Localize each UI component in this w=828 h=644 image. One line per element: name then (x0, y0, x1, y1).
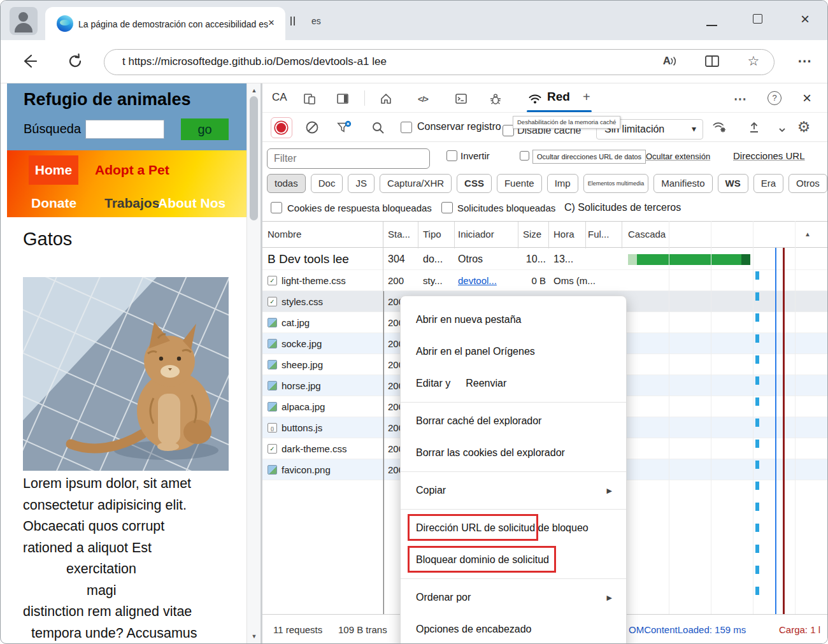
dock-side-icon[interactable] (335, 91, 350, 106)
inspect-label[interactable]: CA (272, 91, 287, 104)
request-name-cell[interactable]: dark-theme.css (262, 443, 383, 454)
col-header-name[interactable]: Nombre (268, 229, 301, 240)
overflow-chevron-icon[interactable] (774, 122, 790, 138)
filter-input[interactable] (267, 148, 430, 169)
col-header-status[interactable]: Sta... (388, 229, 410, 240)
more-tabs-button[interactable]: + (583, 90, 590, 104)
scrollbar-thumb[interactable] (250, 96, 258, 220)
home-tab-icon[interactable] (378, 91, 394, 106)
context-menu-item[interactable] (401, 471, 626, 472)
context-menu-item[interactable]: Copiar (401, 475, 626, 506)
devtools-more-icon[interactable] (732, 91, 748, 106)
context-menu-item[interactable]: Abrir en el panel Orígenes (401, 336, 626, 368)
request-name-cell[interactable]: cat.jpg (262, 317, 383, 328)
preserve-log-checkbox[interactable] (401, 122, 412, 133)
window-minimize-button[interactable] (706, 25, 717, 26)
profile-avatar[interactable] (10, 7, 38, 35)
type-filter-pill[interactable]: WS (718, 174, 748, 193)
refresh-button[interactable] (63, 49, 87, 73)
scroll-up-icon[interactable] (247, 85, 261, 96)
window-maximize-button[interactable] (753, 14, 762, 24)
type-filter-pill[interactable]: Otros (789, 174, 827, 193)
nav-link-adopt[interactable]: Adopt a Pet (95, 162, 169, 178)
context-menu-item[interactable]: Ordenar por (401, 582, 626, 613)
search-icon[interactable] (371, 120, 386, 136)
context-menu-item[interactable]: Dirección URL de solicitud de bloqueo (401, 512, 626, 544)
request-initiator-cell[interactable]: devtool... (454, 275, 518, 286)
request-name-cell[interactable]: alpaca.jpg (262, 401, 383, 412)
context-menu-item[interactable] (401, 509, 626, 510)
hide-data-urls-checkbox[interactable] (520, 151, 529, 161)
window-close-button[interactable] (797, 11, 813, 27)
request-name-cell[interactable]: sheep.jpg (262, 359, 383, 370)
col-header-type[interactable]: Tipo (423, 229, 441, 240)
context-menu-item[interactable]: Opciones de encabezado (401, 613, 626, 644)
nav-link-about[interactable]: About Nos (158, 196, 225, 211)
context-menu-item[interactable]: Borrar las cookies del explorador (401, 437, 626, 469)
col-header-fulfilled[interactable]: Ful... (588, 229, 609, 240)
clear-network-log-icon[interactable] (304, 120, 320, 135)
tab-network[interactable]: Red (547, 90, 570, 104)
request-name-cell[interactable]: styles.css (262, 296, 383, 307)
filter-funnel-icon[interactable] (336, 120, 352, 135)
request-name-cell[interactable]: light-theme.css (262, 275, 383, 286)
col-header-time[interactable]: Hora (553, 229, 575, 240)
import-har-icon[interactable] (746, 120, 762, 135)
nav-link-home[interactable]: Home (29, 155, 78, 185)
type-filter-pill[interactable]: Fuente (497, 174, 542, 193)
devtools-close-icon[interactable] (799, 89, 815, 107)
context-menu-item[interactable]: Editar yReenviar (401, 368, 626, 399)
col-header-initiator[interactable]: Iniciador (458, 229, 494, 240)
request-initiator-cell[interactable]: Otros (454, 254, 518, 265)
type-filter-pill[interactable]: Elementos multimedia (583, 174, 649, 193)
context-menu-item[interactable] (401, 578, 626, 579)
type-filter-pill[interactable]: Era (753, 174, 783, 193)
type-filter-pill[interactable]: Manifiesto (653, 174, 712, 193)
favorites-star-icon[interactable] (741, 49, 766, 73)
nav-link-jobs[interactable]: Trabajos (104, 196, 159, 211)
request-row[interactable]: B Dev tools lee 304 do... Otros 10... 13… (262, 249, 828, 270)
col-header-waterfall[interactable]: Cascada (628, 229, 666, 240)
console-tab-icon[interactable] (453, 91, 469, 106)
record-network-log-button[interactable] (271, 117, 292, 138)
scroll-down-icon[interactable] (247, 631, 261, 642)
context-menu-item[interactable]: Abrir en nueva pestaña (401, 304, 626, 336)
network-conditions-icon[interactable] (712, 120, 727, 135)
request-row[interactable]: light-theme.css 200 sty... devtool... 0 … (262, 270, 828, 291)
debugger-bug-icon[interactable] (488, 91, 503, 106)
back-button[interactable] (17, 49, 41, 73)
hide-extension-urls-label[interactable]: Direcciones URL (733, 150, 805, 161)
type-filter-pill[interactable]: todas (267, 174, 306, 193)
browser-tab[interactable]: La página de demostración con accesibili… (45, 7, 285, 40)
request-name-cell[interactable]: socke.jpg (262, 338, 383, 349)
device-emulation-icon[interactable] (302, 91, 317, 106)
type-filter-pill[interactable]: CSS (457, 174, 492, 193)
request-name-cell[interactable]: buttons.js (262, 422, 383, 433)
invert-filter-checkbox[interactable] (446, 150, 457, 161)
request-name-cell[interactable]: favicon.png (262, 464, 383, 475)
request-name-cell[interactable]: horse.jpg (262, 380, 383, 391)
type-filter-pill[interactable]: Imp (547, 174, 578, 193)
sort-ascending-icon[interactable] (804, 231, 811, 238)
go-button[interactable]: go (181, 118, 229, 140)
context-menu-item[interactable]: Borrar caché del explorador (401, 405, 626, 437)
context-menu-item[interactable]: Bloquear dominio de solicitud (401, 544, 626, 576)
third-party-requests-label[interactable]: C) Solicitudes de terceros (564, 202, 681, 213)
col-header-size[interactable]: Size (523, 229, 541, 240)
page-scrollbar[interactable] (246, 83, 261, 644)
type-filter-pill[interactable]: Captura/XHR (380, 174, 452, 193)
context-menu-item[interactable] (401, 402, 626, 403)
search-input[interactable] (85, 120, 164, 139)
network-wifi-icon[interactable] (527, 91, 543, 106)
elements-tab-icon[interactable]: </> (415, 91, 431, 106)
tab-close-icon[interactable] (264, 16, 278, 30)
help-icon[interactable]: ? (767, 91, 782, 105)
column-resize-line[interactable] (383, 291, 384, 614)
blocked-cookies-checkbox[interactable] (271, 202, 282, 213)
type-filter-pill[interactable]: Doc (311, 174, 343, 193)
hide-extension-label[interactable]: Ocultar extensión (646, 152, 710, 161)
request-name-cell[interactable]: B Dev tools lee (262, 252, 383, 266)
nav-link-donate[interactable]: Donate (31, 196, 76, 211)
read-aloud-icon[interactable]: A (658, 49, 682, 73)
blocked-requests-checkbox[interactable] (441, 202, 453, 213)
